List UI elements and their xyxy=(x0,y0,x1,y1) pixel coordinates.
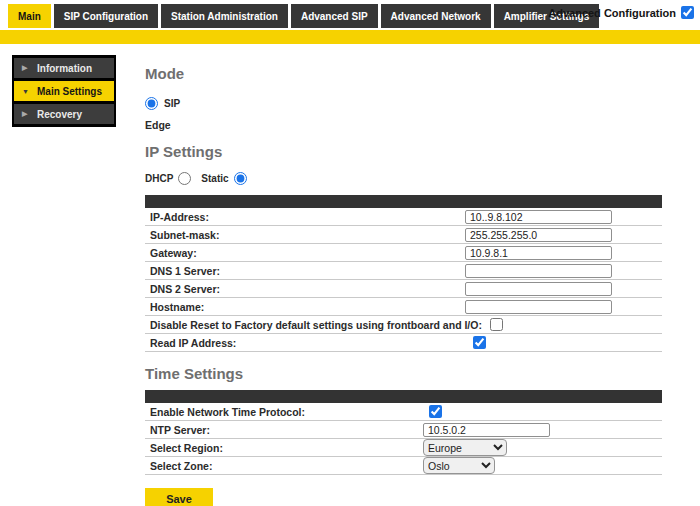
dns2-server-input[interactable] xyxy=(465,282,612,296)
advanced-configuration-toggle: Advanced Configuration xyxy=(548,6,694,19)
sidebar-item-label: Main Settings xyxy=(37,86,102,97)
sip-mode-label: SIP xyxy=(164,98,180,109)
table-row: IP-Address: xyxy=(145,208,662,226)
read-ip-address-control xyxy=(465,336,486,349)
sidebar-item-information[interactable]: ▶Information xyxy=(14,58,114,78)
ip-address-input[interactable] xyxy=(465,210,612,224)
table-row: Disable Reset to Factory default setting… xyxy=(145,316,662,334)
sidebar-item-recovery[interactable]: ▶Recovery xyxy=(14,104,114,124)
tab-sip-configuration[interactable]: SIP Configuration xyxy=(54,4,158,28)
dns1-server-control xyxy=(465,264,612,278)
advanced-configuration-checkbox[interactable] xyxy=(681,6,694,19)
main-content: Mode SIP Edge IP Settings DHCP Static IP… xyxy=(145,44,662,506)
save-button[interactable]: Save xyxy=(145,488,213,506)
chevron-down-icon: ▼ xyxy=(22,88,29,95)
mode-radio-row: SIP xyxy=(145,96,662,110)
select-zone-control: Oslo xyxy=(423,457,495,474)
dhcp-static-row: DHCP Static xyxy=(145,171,662,185)
select-zone-label: Select Zone: xyxy=(145,460,423,472)
ntp-server-label: NTP Server: xyxy=(145,424,423,436)
select-zone-select[interactable]: Oslo xyxy=(423,457,495,474)
hostname-control xyxy=(465,300,612,314)
sidebar-item-label: Information xyxy=(37,63,92,74)
table-row: DNS 1 Server: xyxy=(145,262,662,280)
table-row: NTP Server: xyxy=(145,421,662,439)
time-table-header-bar xyxy=(145,390,662,403)
table-row: Select Zone:Oslo xyxy=(145,457,662,475)
tab-advanced-sip[interactable]: Advanced SIP xyxy=(291,4,378,28)
tab-advanced-network[interactable]: Advanced Network xyxy=(381,4,491,28)
disable-factory-reset-control xyxy=(482,318,503,331)
table-row: Read IP Address: xyxy=(145,334,662,352)
select-region-select[interactable]: Europe xyxy=(423,439,507,456)
ip-address-label: IP-Address: xyxy=(145,211,465,223)
table-row: Enable Network Time Protocol: xyxy=(145,403,662,421)
dns2-server-label: DNS 2 Server: xyxy=(145,283,465,295)
advanced-configuration-label: Advanced Configuration xyxy=(548,7,676,19)
static-label: Static xyxy=(201,173,228,184)
tab-main[interactable]: Main xyxy=(8,4,51,28)
table-row: Gateway: xyxy=(145,244,662,262)
dns2-server-control xyxy=(465,282,612,296)
subnet-mask-control xyxy=(465,228,612,242)
hostname-input[interactable] xyxy=(465,300,612,314)
select-region-label: Select Region: xyxy=(145,442,423,454)
ip-settings-table: IP-Address:Subnet-mask:Gateway:DNS 1 Ser… xyxy=(145,208,662,352)
dhcp-label: DHCP xyxy=(145,173,173,184)
ntp-server-control xyxy=(423,423,550,437)
dns1-server-label: DNS 1 Server: xyxy=(145,265,465,277)
sidebar-item-main-settings[interactable]: ▼Main Settings xyxy=(14,81,114,101)
enable-ntp-label: Enable Network Time Protocol: xyxy=(145,406,423,418)
read-ip-address-checkbox[interactable] xyxy=(473,336,486,349)
disable-factory-reset-checkbox[interactable] xyxy=(490,318,503,331)
chevron-right-icon: ▶ xyxy=(22,64,29,72)
ip-table-header-bar xyxy=(145,195,662,208)
dns1-server-input[interactable] xyxy=(465,264,612,278)
gateway-control xyxy=(465,246,612,260)
table-row: Hostname: xyxy=(145,298,662,316)
ip-settings-heading: IP Settings xyxy=(145,144,662,160)
ntp-server-input[interactable] xyxy=(423,423,550,437)
enable-ntp-control xyxy=(423,405,442,418)
sidebar-item-label: Recovery xyxy=(37,109,82,120)
top-tab-bar: MainSIP ConfigurationStation Administrat… xyxy=(0,0,700,28)
select-region-control: Europe xyxy=(423,439,507,456)
static-radio[interactable] xyxy=(234,172,247,185)
time-settings-table: Enable Network Time Protocol:NTP Server:… xyxy=(145,403,662,475)
dhcp-radio[interactable] xyxy=(178,172,191,185)
time-settings-heading: Time Settings xyxy=(145,366,662,382)
gateway-label: Gateway: xyxy=(145,247,465,259)
table-row: Select Region:Europe xyxy=(145,439,662,457)
table-row: DNS 2 Server: xyxy=(145,280,662,298)
enable-ntp-checkbox[interactable] xyxy=(429,405,442,418)
sip-mode-radio[interactable] xyxy=(145,97,158,110)
tab-station-administration[interactable]: Station Administration xyxy=(161,4,288,28)
read-ip-address-label: Read IP Address: xyxy=(145,337,465,349)
ip-address-control xyxy=(465,210,612,224)
subnet-mask-label: Subnet-mask: xyxy=(145,229,465,241)
disable-factory-reset-label: Disable Reset to Factory default setting… xyxy=(145,319,482,331)
sidebar: ▶Information▼Main Settings▶Recovery xyxy=(12,55,116,127)
mode-heading: Mode xyxy=(145,66,662,82)
subnet-mask-input[interactable] xyxy=(465,228,612,242)
gateway-input[interactable] xyxy=(465,246,612,260)
accent-strip xyxy=(0,30,700,44)
mode-subtext: Edge xyxy=(145,119,662,131)
table-row: Subnet-mask: xyxy=(145,226,662,244)
chevron-right-icon: ▶ xyxy=(22,110,29,118)
hostname-label: Hostname: xyxy=(145,301,465,313)
